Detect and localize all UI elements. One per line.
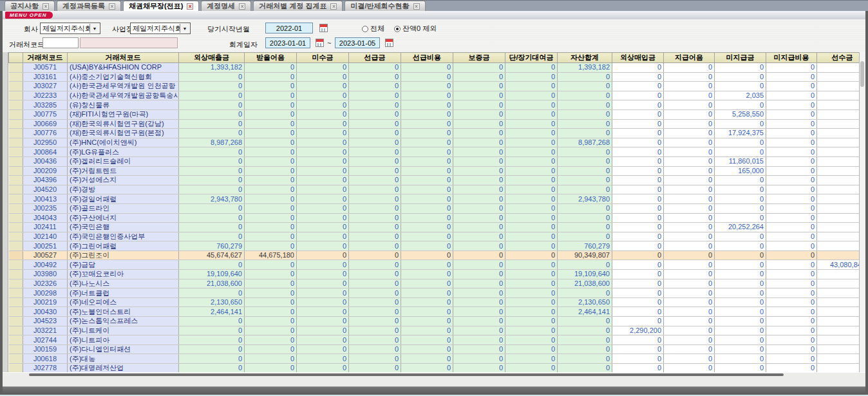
- cell-value[interactable]: 0: [817, 91, 866, 100]
- cell-vendor-name[interactable]: (재)한국의류시험연구원(강남): [68, 119, 179, 129]
- cell-vendor-code[interactable]: J00251: [23, 241, 68, 251]
- cell-value[interactable]: 0: [453, 129, 505, 138]
- cell-value[interactable]: 0: [245, 213, 297, 223]
- cell-value[interactable]: 0: [401, 223, 453, 232]
- cell-value[interactable]: 8,987,268: [179, 138, 245, 147]
- cell-vendor-name[interactable]: (주)경방: [68, 185, 179, 194]
- cell-value[interactable]: 0: [664, 354, 715, 364]
- row-select-cell[interactable]: [9, 288, 23, 298]
- cell-value[interactable]: 0: [612, 307, 664, 317]
- cell-value[interactable]: 0: [453, 72, 505, 82]
- cell-value[interactable]: 0: [245, 344, 297, 354]
- cell-value[interactable]: 8,987,268: [558, 138, 612, 147]
- cell-value[interactable]: 0: [612, 241, 664, 251]
- radio-all[interactable]: 전체: [362, 24, 384, 33]
- cell-value[interactable]: 0: [664, 176, 715, 185]
- cell-value[interactable]: 0: [558, 364, 612, 373]
- cell-value[interactable]: 0: [715, 288, 766, 298]
- cell-value[interactable]: 0: [612, 250, 664, 260]
- cell-vendor-code[interactable]: J02140: [23, 232, 68, 241]
- cell-value[interactable]: 0: [453, 91, 505, 100]
- cell-value[interactable]: 0: [817, 364, 866, 373]
- close-icon[interactable]: x: [42, 3, 49, 10]
- cell-value[interactable]: 0: [612, 100, 664, 110]
- cell-vendor-name[interactable]: (사)중소기업기술혁신협회: [68, 72, 179, 82]
- cell-vendor-code[interactable]: J00669: [23, 119, 68, 129]
- cell-vendor-code[interactable]: J00413: [23, 194, 68, 204]
- cell-value[interactable]: 0: [664, 147, 715, 157]
- table-row[interactable]: J03027 (사)한국관세무역개발원 인천공항 0 0 0 0 0 0 0 0…: [9, 82, 866, 91]
- row-select-cell[interactable]: [9, 223, 23, 232]
- cell-vendor-name[interactable]: (주)겔러리드슬레이: [68, 156, 179, 166]
- cell-value[interactable]: 0: [664, 109, 715, 119]
- row-select-cell[interactable]: [9, 119, 23, 129]
- cell-vendor-name[interactable]: (주)너트클럽: [68, 288, 179, 298]
- cell-value[interactable]: 0: [297, 364, 349, 373]
- cell-value[interactable]: 0: [349, 364, 401, 373]
- cell-value[interactable]: 0: [612, 138, 664, 147]
- header-misc-payable[interactable]: 미지급금: [715, 53, 766, 63]
- cell-value[interactable]: 0: [179, 100, 245, 110]
- cell-vendor-name[interactable]: (주)국민은행인증사업부: [68, 232, 179, 241]
- cell-value[interactable]: 0: [612, 109, 664, 119]
- cell-value[interactable]: 0: [401, 260, 453, 270]
- cell-vendor-code[interactable]: J00298: [23, 288, 68, 298]
- cell-value[interactable]: 0: [349, 109, 401, 119]
- table-row[interactable]: J02411 (주)국민은행 0 0 0 0 0 0 0 0 0 0 20,25…: [9, 223, 866, 232]
- cell-vendor-code[interactable]: J04043: [23, 213, 68, 223]
- row-select-cell[interactable]: [9, 72, 23, 82]
- cell-value[interactable]: 0: [664, 297, 715, 307]
- cell-value[interactable]: 0: [297, 166, 349, 176]
- cell-value[interactable]: 0: [297, 185, 349, 194]
- cell-value[interactable]: 0: [612, 232, 664, 241]
- radio-exclude-zero[interactable]: 잔액0 제외: [394, 24, 437, 33]
- cell-value[interactable]: 0: [664, 288, 715, 298]
- table-row[interactable]: J03221 (주)니트케이 0 0 0 0 0 0 0 0 2,290,200…: [9, 326, 866, 335]
- cell-vendor-name[interactable]: (주)나노시스: [68, 279, 179, 288]
- cell-value[interactable]: 0: [766, 203, 817, 213]
- cell-value[interactable]: 0: [612, 288, 664, 298]
- row-select-cell[interactable]: [9, 364, 23, 373]
- cell-value[interactable]: 0: [453, 213, 505, 223]
- cell-value[interactable]: 0: [349, 185, 401, 194]
- cell-value[interactable]: 43,080,840: [817, 260, 866, 270]
- cell-value[interactable]: 0: [817, 100, 866, 110]
- cell-value[interactable]: 0: [715, 364, 766, 373]
- cell-value[interactable]: 44,675,180: [245, 250, 297, 260]
- cell-value[interactable]: 0: [817, 335, 866, 345]
- cell-value[interactable]: 0: [453, 364, 505, 373]
- cell-value[interactable]: 0: [349, 250, 401, 260]
- header-notes-payable[interactable]: 지급어음: [664, 53, 715, 63]
- cell-value[interactable]: 0: [453, 344, 505, 354]
- cell-value[interactable]: 11,860,015: [715, 156, 766, 166]
- cell-value[interactable]: 0: [297, 213, 349, 223]
- cell-value[interactable]: 0: [664, 241, 715, 251]
- cell-value[interactable]: 0: [245, 63, 297, 73]
- cell-value[interactable]: 0: [349, 213, 401, 223]
- table-row[interactable]: J00436 (주)겔러리드슬레이 0 0 0 0 0 0 0 0 0 0 11…: [9, 156, 866, 166]
- cell-value[interactable]: 0: [766, 250, 817, 260]
- cell-value[interactable]: 0: [401, 129, 453, 138]
- cell-value[interactable]: 0: [505, 166, 558, 176]
- cell-value[interactable]: 0: [817, 194, 866, 204]
- cell-value[interactable]: 0: [245, 91, 297, 100]
- cell-value[interactable]: 0: [297, 147, 349, 157]
- cell-value[interactable]: 0: [401, 270, 453, 279]
- cell-vendor-code[interactable]: J00618: [23, 354, 68, 364]
- cell-value[interactable]: 0: [766, 317, 817, 326]
- table-row[interactable]: J00492 (주)금담 0 0 0 0 0 0 0 0 0 0 0 0 43,…: [9, 260, 866, 270]
- cell-value[interactable]: 0: [715, 354, 766, 364]
- cell-value[interactable]: 0: [817, 326, 866, 335]
- cell-value[interactable]: 0: [766, 185, 817, 194]
- cell-vendor-name[interactable]: (주)니트피아: [68, 335, 179, 345]
- cell-value[interactable]: 0: [245, 232, 297, 241]
- cell-value[interactable]: 0: [453, 100, 505, 110]
- row-select-cell[interactable]: [9, 194, 23, 204]
- cell-value[interactable]: 0: [349, 326, 401, 335]
- cell-value[interactable]: 0: [453, 176, 505, 185]
- cell-value[interactable]: 0: [664, 194, 715, 204]
- row-select-cell[interactable]: [9, 91, 23, 100]
- cell-value[interactable]: 0: [766, 297, 817, 307]
- cell-value[interactable]: 0: [245, 354, 297, 364]
- cell-value[interactable]: 0: [453, 223, 505, 232]
